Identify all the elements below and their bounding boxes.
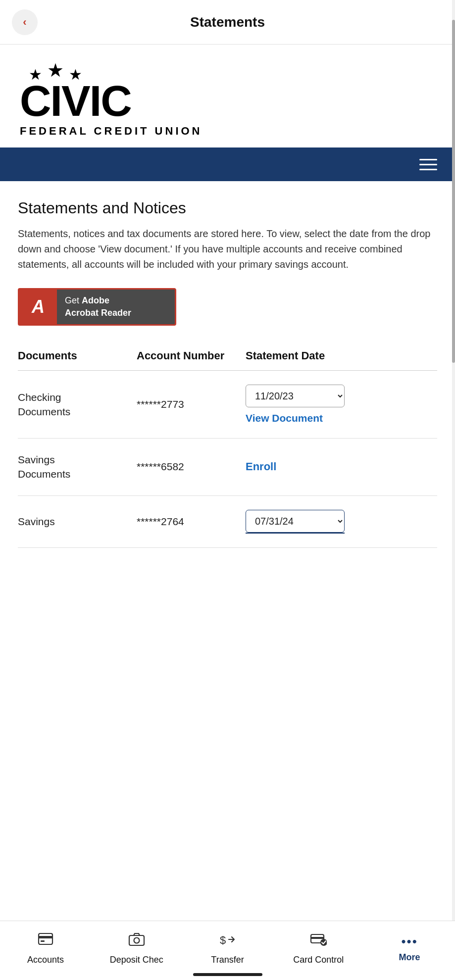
back-icon: ‹ <box>23 16 26 29</box>
section-description: Statements, notices and tax documents ar… <box>18 226 437 272</box>
adobe-line2: Acrobat Reader <box>65 308 131 318</box>
nav-label-more: More <box>399 952 420 963</box>
svg-rect-0 <box>39 933 52 944</box>
statements-table: Documents Account Number Statement Date … <box>18 349 437 548</box>
enroll-link[interactable]: Enroll <box>246 460 276 473</box>
nav-label-card-control: Card Control <box>293 955 344 965</box>
nav-item-card-control[interactable]: Card Control <box>273 931 364 965</box>
accounts-icon <box>37 931 54 952</box>
hamburger-line-2 <box>419 164 437 165</box>
col-header-account: Account Number <box>137 349 246 362</box>
main-nav-bar <box>0 147 455 181</box>
app-header: ‹ Statements <box>0 0 455 45</box>
home-indicator <box>193 973 262 976</box>
date-select-wrapper-savings2: 07/31/24 <box>246 510 437 534</box>
scrollbar-thumb <box>452 20 455 363</box>
date-cell-checking: 11/20/23 View Document <box>246 385 437 424</box>
section-title: Statements and Notices <box>18 199 437 217</box>
bottom-navigation: Accounts Deposit Chec $ Transfer <box>0 921 455 980</box>
more-icon: ••• <box>401 934 417 949</box>
acct-num-checking: ******2773 <box>137 398 246 410</box>
svg-text:$: $ <box>220 934 226 946</box>
svg-point-4 <box>134 938 139 943</box>
date-select-underline: 07/31/24 <box>246 510 345 534</box>
nav-label-deposit: Deposit Chec <box>110 955 163 965</box>
date-select-savings2[interactable]: 07/31/24 <box>246 510 345 533</box>
transfer-icon: $ <box>219 931 236 952</box>
svg-rect-7 <box>311 937 324 939</box>
civic-logo: ★ ★ ★ CIVIC FEDERAL CREDIT UNION <box>20 59 202 138</box>
doc-label-checking: CheckingDocuments <box>18 390 137 419</box>
svg-point-8 <box>320 939 327 946</box>
adobe-line1: Get Adobe <box>65 295 109 305</box>
acct-num-savings-enroll: ******6582 <box>137 461 246 473</box>
adobe-icon: A <box>32 296 45 317</box>
hamburger-menu-button[interactable] <box>415 155 441 174</box>
logo-subtitle: FEDERAL CREDIT UNION <box>20 125 202 138</box>
doc-label-savings2: Savings <box>18 514 137 529</box>
acct-num-savings2: ******2764 <box>137 516 246 528</box>
table-row: CheckingDocuments ******2773 11/20/23 Vi… <box>18 371 437 439</box>
nav-item-more[interactable]: ••• More <box>364 934 455 963</box>
hamburger-line-1 <box>419 159 437 160</box>
nav-item-deposit-check[interactable]: Deposit Chec <box>91 931 182 965</box>
nav-item-transfer[interactable]: $ Transfer <box>182 931 273 965</box>
date-select-wrapper-checking: 11/20/23 View Document <box>246 385 437 424</box>
table-row: Savings ******2764 07/31/24 <box>18 496 437 548</box>
svg-rect-2 <box>41 940 45 942</box>
hamburger-line-3 <box>419 169 437 170</box>
adobe-acrobat-banner[interactable]: A Get Adobe Acrobat Reader <box>18 288 176 326</box>
camera-icon <box>128 931 145 952</box>
adobe-banner-text: Get Adobe Acrobat Reader <box>57 294 139 319</box>
scrollbar[interactable] <box>452 0 455 980</box>
logo-area: ★ ★ ★ CIVIC FEDERAL CREDIT UNION <box>0 45 455 147</box>
table-header: Documents Account Number Statement Date <box>18 349 437 371</box>
col-header-date: Statement Date <box>246 349 437 362</box>
svg-rect-3 <box>129 935 144 945</box>
nav-label-accounts: Accounts <box>27 955 64 965</box>
svg-rect-1 <box>39 936 52 938</box>
nav-item-accounts[interactable]: Accounts <box>0 931 91 965</box>
enroll-cell: Enroll <box>246 460 437 473</box>
nav-label-transfer: Transfer <box>211 955 244 965</box>
doc-label-savings-enroll: SavingsDocuments <box>18 452 137 482</box>
adobe-icon-box: A <box>19 288 57 326</box>
date-cell-savings2: 07/31/24 <box>246 510 437 534</box>
page-title: Statements <box>38 14 417 30</box>
logo-name: CIVIC <box>20 79 131 123</box>
back-button[interactable]: ‹ <box>12 9 38 35</box>
col-header-documents: Documents <box>18 349 137 362</box>
date-select-checking[interactable]: 11/20/23 <box>246 385 345 407</box>
view-document-link-checking[interactable]: View Document <box>246 412 323 424</box>
table-row: SavingsDocuments ******6582 Enroll <box>18 439 437 496</box>
main-content: Statements and Notices Statements, notic… <box>0 181 455 548</box>
card-control-icon <box>310 931 327 952</box>
